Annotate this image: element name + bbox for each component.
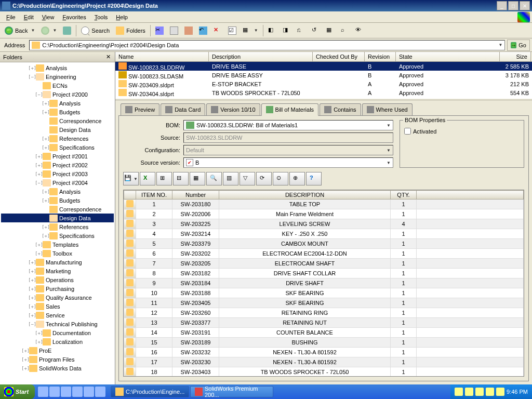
- tray-icon[interactable]: [455, 388, 463, 396]
- bom-row[interactable]: 14SW-203191COUNTER BALANCE1: [124, 328, 524, 338]
- go-button[interactable]: →Go: [507, 39, 530, 51]
- tree-item[interactable]: [−]Project #2000: [1, 90, 114, 99]
- filelist[interactable]: SW-100823.SLDDRWDRIVE BASEBApproved2 585…: [115, 62, 532, 98]
- bom-row[interactable]: 18SW-203403TB WOODS SPROCKET - 72L0501: [124, 367, 524, 377]
- tree-button[interactable]: ⊟: [173, 172, 189, 185]
- tree-item[interactable]: [+]Operations: [1, 275, 114, 284]
- ql-item[interactable]: [95, 387, 105, 397]
- bom-row[interactable]: 6SW-203202ELECTROCAM EC2004-12-DDN1: [124, 249, 524, 259]
- compare-button[interactable]: ⊙: [273, 172, 288, 185]
- bom-row[interactable]: 7SW-203205ELECTROCAM SHAFT1: [124, 259, 524, 269]
- tab-where-used[interactable]: Where Used: [362, 103, 413, 115]
- tool-button[interactable]: ⎌: [295, 24, 308, 37]
- tab-version-[interactable]: Version 10/10: [206, 103, 260, 115]
- column-header[interactable]: Name: [115, 52, 209, 61]
- tree-item[interactable]: [+]Service: [1, 311, 114, 320]
- tool-button[interactable]: ▦: [324, 24, 337, 37]
- file-row[interactable]: SW-100823.SLDDRWDRIVE BASEBApproved2 585…: [115, 62, 532, 71]
- tree-item[interactable]: [+]Analysis: [1, 63, 114, 72]
- column-header[interactable]: State: [396, 52, 500, 61]
- ql-item[interactable]: [72, 387, 83, 397]
- bom-row[interactable]: 11SW-203405SKF BEARING1: [124, 298, 524, 308]
- back-button[interactable]: Back▼: [2, 24, 37, 37]
- chevron-down-icon[interactable]: ▼: [134, 177, 138, 181]
- tool-button[interactable]: ⌕: [338, 24, 352, 37]
- tree-item[interactable]: [+]Manufacturing: [1, 258, 114, 267]
- tree-item[interactable]: [−]Project #2004: [1, 178, 114, 187]
- column-header[interactable]: Size: [500, 52, 531, 61]
- help-button[interactable]: ?: [306, 172, 322, 185]
- tree-item[interactable]: [+]Budgets: [1, 108, 114, 116]
- tree-item[interactable]: ECNs: [1, 81, 114, 90]
- file-row[interactable]: SW-100823.SLDASMDRIVE BASE ASSYBApproved…: [115, 71, 532, 79]
- bom-dropdown[interactable]: SW-100823.SLDDRW: Bill of Materials1▼: [183, 120, 393, 130]
- tree-toggle[interactable]: [−]: [35, 180, 41, 185]
- tree-item[interactable]: [+]Sales: [1, 302, 114, 311]
- chevron-down-icon[interactable]: ▼: [31, 28, 35, 33]
- column-header[interactable]: Description: [209, 52, 313, 61]
- tree-item[interactable]: Design Data: [1, 125, 114, 134]
- bom-row[interactable]: 3SW-203225LEVELING SCREW4: [124, 219, 524, 229]
- tray-icon[interactable]: [496, 388, 504, 396]
- menu-tools[interactable]: Tools: [90, 13, 112, 21]
- bom-row[interactable]: 2SW-202006Main Frame Weldment1: [124, 209, 524, 219]
- tree-toggle[interactable]: [+]: [28, 277, 34, 283]
- ql-item[interactable]: [38, 387, 48, 397]
- bom-row[interactable]: 17SW-203230NEXEN - TL30-A 8015921: [124, 357, 524, 367]
- tree-toggle[interactable]: [+]: [35, 154, 41, 159]
- start-button[interactable]: Start: [0, 384, 35, 399]
- taskbar-task[interactable]: SolidWorks Premium 200...: [190, 386, 273, 397]
- tree-toggle[interactable]: [−]: [28, 74, 34, 79]
- refresh-button[interactable]: ⟳: [256, 172, 272, 185]
- maximize-button[interactable]: □: [508, 1, 518, 10]
- grid-button[interactable]: ▦: [190, 172, 205, 185]
- tray-icon[interactable]: [465, 388, 473, 396]
- indent-button[interactable]: ⊞: [156, 172, 172, 185]
- tree-item[interactable]: [+]Documentation: [1, 328, 114, 337]
- tree-item[interactable]: [+]Purchasing: [1, 284, 114, 293]
- tree-toggle[interactable]: [+]: [21, 366, 28, 371]
- bom-column-header[interactable]: QTY.: [391, 191, 417, 200]
- bom-row[interactable]: 10SW-203188SKF BEARING1: [124, 288, 524, 298]
- paste-button[interactable]: [182, 24, 195, 37]
- tree-item[interactable]: [+]ProE: [1, 346, 114, 355]
- clock[interactable]: 9:46 PM: [507, 389, 528, 395]
- tree-toggle[interactable]: [−]: [28, 322, 34, 327]
- tree-toggle[interactable]: [+]: [35, 242, 41, 247]
- chevron-down-icon[interactable]: ▼: [498, 43, 502, 47]
- tree-toggle[interactable]: [+]: [35, 163, 41, 168]
- undo-button[interactable]: ↶: [196, 24, 210, 37]
- bom-row[interactable]: 4SW-203214KEY - .250 X .2501: [124, 229, 524, 239]
- bom-row[interactable]: 8SW-203182DRIVE SHAFT COLLAR1: [124, 269, 524, 278]
- tree-item[interactable]: [−]Technical Publishing: [1, 320, 114, 328]
- tree-toggle[interactable]: [+]: [28, 304, 34, 309]
- ql-item[interactable]: [49, 387, 60, 397]
- tree-toggle[interactable]: [+]: [21, 348, 28, 353]
- copy-button[interactable]: [167, 24, 181, 37]
- chevron-down-icon[interactable]: ▼: [387, 123, 391, 128]
- tree-toggle[interactable]: [+]: [42, 110, 48, 115]
- tree-item[interactable]: Correspondence: [1, 205, 114, 214]
- tree-toggle[interactable]: [+]: [42, 145, 48, 150]
- columns-button[interactable]: ▥: [223, 172, 238, 185]
- chevron-down-icon[interactable]: ▼: [387, 161, 391, 165]
- tree-item[interactable]: [+]Analysis: [1, 187, 114, 196]
- file-row[interactable]: SW-203404.sldprtTB WOODS SPROCKET - 72L0…: [115, 88, 532, 97]
- chevron-down-icon[interactable]: ▼: [52, 28, 57, 33]
- tool-button[interactable]: 👁: [353, 24, 366, 37]
- tree-toggle[interactable]: [+]: [28, 295, 34, 300]
- tool-button[interactable]: ↺: [309, 24, 323, 37]
- close-folders-button[interactable]: ✕: [104, 54, 112, 61]
- folders-button[interactable]: Folders: [113, 24, 148, 37]
- tree-item[interactable]: Correspondence: [1, 116, 114, 125]
- menu-edit[interactable]: Edit: [20, 13, 38, 21]
- tree-item[interactable]: [+]Project #2002: [1, 161, 114, 169]
- bom-table[interactable]: ITEM NO.NumberDESCRIPTIONQTY.1SW-203180T…: [124, 190, 524, 376]
- bom-row[interactable]: 15SW-203189BUSHING1: [124, 338, 524, 348]
- tree-item[interactable]: [+]Quality Assurance: [1, 293, 114, 302]
- tree-item[interactable]: [+]Marketing: [1, 267, 114, 275]
- tree-item[interactable]: [+]Budgets: [1, 196, 114, 205]
- tree-item[interactable]: [+]Specifications: [1, 231, 114, 240]
- filter-button[interactable]: ▽: [240, 172, 255, 185]
- tree-toggle[interactable]: [+]: [42, 136, 48, 141]
